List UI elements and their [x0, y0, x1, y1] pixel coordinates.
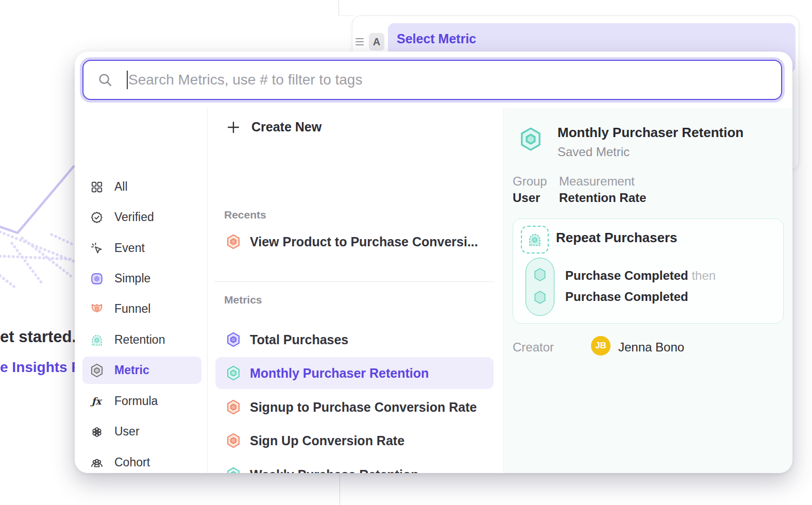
event-hexagon-icon	[533, 267, 547, 282]
creator-label: Creator	[513, 340, 554, 355]
user-cluster-icon	[90, 425, 104, 439]
sidebar-item-user[interactable]: User	[82, 418, 201, 445]
detail-title: Monthly Purchaser Retention	[557, 125, 743, 141]
search-icon	[97, 72, 113, 88]
measurement-label: Measurement	[559, 174, 635, 189]
recents-heading: Recents	[224, 209, 266, 221]
svg-text:ƒx: ƒx	[90, 395, 103, 406]
text-caret	[127, 71, 128, 89]
verified-badge-icon	[90, 211, 104, 224]
create-new-button[interactable]: Create New	[226, 120, 322, 134]
sidebar-item-all[interactable]: All	[82, 173, 201, 200]
metric-row-total-purchases[interactable]: Total Purchases	[215, 324, 494, 356]
measurement-value: Retention Rate	[559, 191, 646, 205]
sidebar-item-simple[interactable]: Simple	[82, 265, 201, 292]
funnel-hexagon-icon	[226, 399, 241, 415]
sidebar-item-label: Verified	[114, 210, 154, 224]
metric-row-label: Sign Up Conversion Rate	[250, 433, 404, 448]
definition-step-2: Purchase Completed	[565, 290, 688, 304]
sidebar-item-cohort[interactable]: Cohort	[82, 449, 201, 473]
sidebar-item-label: Simple	[114, 272, 150, 285]
recent-item-label: View Product to Purchase Conversi...	[250, 234, 478, 249]
sidebar-item-funnel[interactable]: Funnel	[82, 295, 201, 323]
simple-hexagon-icon	[226, 332, 241, 347]
sidebar-item-formula[interactable]: ƒx Formula	[82, 388, 201, 415]
sidebar-item-label: Event	[114, 241, 145, 255]
detail-subtitle: Saved Metric	[557, 145, 630, 159]
sidebar-item-label: All	[114, 180, 128, 194]
sidebar-item-label: Metric	[114, 363, 149, 377]
sidebar-item-label: Cohort	[114, 456, 150, 469]
retention-hexagon-icon	[226, 467, 241, 473]
funnel-hexagon-icon	[226, 433, 241, 448]
event-cursor-icon	[90, 242, 104, 255]
metrics-heading: Metrics	[224, 294, 262, 306]
definition-step-suffix: then	[691, 268, 716, 282]
row-index-badge[interactable]: A	[369, 33, 384, 50]
metric-row-label: Monthly Purchaser Retention	[250, 366, 429, 381]
sidebar-item-label: User	[114, 425, 140, 439]
metric-row-label: Total Purchases	[250, 332, 348, 347]
create-new-label: Create New	[251, 120, 322, 134]
group-label: Group	[513, 174, 547, 189]
section-divider	[214, 281, 494, 282]
sidebar-item-verified[interactable]: Verified	[82, 204, 201, 231]
retention-metric-icon	[90, 333, 104, 347]
funnel-hexagon-icon	[226, 234, 241, 249]
background-heading-partial: et started.	[0, 328, 76, 346]
sidebar-item-event[interactable]: Event	[82, 234, 201, 262]
metric-row-monthly-purchaser-retention[interactable]: Monthly Purchaser Retention	[215, 357, 494, 389]
funnel-metric-icon	[90, 302, 104, 316]
behavior-icon-frame	[521, 226, 549, 254]
retention-hexagon-icon	[226, 365, 241, 381]
metric-detail-panel: Monthly Purchaser Retention Saved Metric…	[504, 108, 792, 473]
plus-icon	[226, 120, 241, 134]
formula-icon: ƒx	[90, 395, 104, 408]
panel-divider-bottom	[340, 475, 340, 505]
retention-behavior-icon	[527, 231, 543, 248]
sidebar-item-metric[interactable]: Metric	[82, 357, 201, 384]
event-sequence-pill	[526, 258, 554, 316]
search-box[interactable]	[82, 60, 782, 100]
creator-name: Jenna Bono	[618, 340, 684, 355]
group-value: User	[513, 191, 540, 205]
creator-avatar: JB	[591, 336, 611, 356]
metric-row-sign-up-conversion[interactable]: Sign Up Conversion Rate	[215, 425, 494, 457]
behavior-title: Repeat Purchasers	[556, 230, 678, 246]
metric-list-panel: Create New Recents View Product to Purch…	[208, 108, 504, 473]
saved-metric-icon	[90, 363, 104, 378]
metric-detail-icon	[519, 127, 542, 152]
metric-row-signup-to-purchase[interactable]: Signup to Purchase Conversion Rate	[215, 391, 494, 423]
grid-icon	[90, 180, 104, 194]
decorative-scribble	[0, 77, 77, 299]
sidebar-item-retention[interactable]: Retention	[82, 326, 201, 354]
definition-step-1: Purchase Completed then	[565, 268, 716, 283]
recent-item[interactable]: View Product to Purchase Conversi...	[215, 226, 494, 258]
simple-metric-icon	[90, 272, 104, 285]
metric-row-label: Weekly Purchase Retention	[250, 467, 418, 474]
filter-sidebar: All Verified	[75, 108, 208, 473]
sidebar-item-label: Formula	[114, 394, 158, 408]
metric-definition-card: Repeat Purchasers Purchase Completed the…	[513, 218, 784, 324]
cohort-people-icon	[90, 456, 104, 469]
drag-handle-icon[interactable]	[356, 38, 367, 45]
search-input[interactable]	[128, 72, 771, 88]
metric-selector-modal: All Verified	[75, 52, 792, 473]
metric-row-weekly-purchase-retention[interactable]: Weekly Purchase Retention	[215, 459, 494, 473]
sidebar-item-label: Retention	[114, 333, 165, 347]
metric-row-label: Signup to Purchase Conversion Rate	[250, 400, 477, 415]
panel-edge	[339, 15, 354, 16]
event-hexagon-icon	[533, 290, 547, 305]
sidebar-item-label: Funnel	[114, 302, 150, 316]
panel-divider-top	[339, 0, 339, 15]
